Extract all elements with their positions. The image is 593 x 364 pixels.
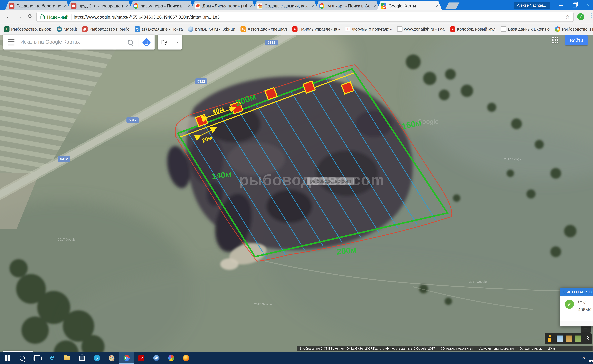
directions-icon[interactable] [142, 38, 151, 46]
firefox-icon [183, 355, 189, 361]
edge-icon: e [50, 353, 54, 362]
language-value: Ру [161, 39, 167, 45]
bookmark-item[interactable]: FФорумы о попугаях - [345, 26, 392, 32]
taskbar: e S FZ ^ РУС 1:47 02.03.2017 [0, 352, 593, 364]
reload-button[interactable]: ⟳ [26, 13, 35, 20]
youtube-icon [450, 26, 455, 32]
taskbar-store[interactable] [74, 352, 89, 364]
photo-thumb[interactable] [575, 335, 581, 342]
bookmark-label: Maps.lt [64, 27, 77, 31]
taskbar-photos[interactable] [164, 352, 178, 364]
tab-google-maps[interactable]: Google Карты ✕ [377, 1, 442, 10]
taskbar-search-button[interactable] [15, 352, 30, 364]
apps-grid-icon[interactable] [552, 36, 558, 43]
bookmark-item[interactable]: Колобок. новый мул [450, 26, 496, 32]
terms-link[interactable]: Условия использования [479, 347, 514, 350]
layer-switcher[interactable]: Карта [3, 351, 33, 352]
bookmark-label: База данных Extensio [508, 27, 550, 31]
taskbar-paint[interactable] [104, 352, 119, 364]
bookmark-item[interactable]: @(1) Входящие - Почта [135, 26, 183, 32]
bookmark-item[interactable]: Рыбоводство и рыбо [82, 26, 129, 32]
tab-razdelenie[interactable]: Разделение берега по с ✕ [5, 1, 70, 10]
gmaps-icon [381, 3, 386, 8]
store-icon [79, 356, 84, 361]
signin-button[interactable]: Войти [565, 35, 587, 45]
network-icon[interactable] [589, 356, 593, 361]
bookmark-label: Рыбоводство и рыбо [562, 27, 593, 31]
maps-search-card[interactable] [3, 35, 155, 50]
task-view-button[interactable] [30, 352, 45, 364]
close-icon[interactable]: ✕ [63, 4, 68, 8]
profile-chip[interactable]: AleksejNachtaj... [514, 2, 549, 9]
search-icon[interactable] [128, 39, 133, 45]
photo-thumb[interactable] [566, 335, 572, 342]
map-canvas[interactable]: 2017 Google 2017 Google 2017 Google 2017… [0, 35, 593, 352]
taskbar-filezilla[interactable]: FZ [134, 352, 149, 364]
menu-hamburger-icon[interactable] [8, 39, 14, 45]
photo-thumb[interactable] [557, 335, 563, 342]
bookmark-item[interactable]: AgАвтогидас - специал [241, 26, 287, 32]
watermark-small: рыбоводство.com [307, 177, 354, 185]
divider [554, 335, 554, 343]
tab-lisya-nora-search[interactable]: лисья нора - Поиск в G ✕ [129, 1, 194, 10]
skype-icon: S [94, 355, 100, 361]
minimize-button[interactable]: — [556, 2, 566, 9]
close-icon[interactable]: ✕ [249, 4, 254, 8]
expand-icon[interactable]: ^^ [586, 337, 589, 340]
taskbar-firefox[interactable] [178, 352, 193, 364]
tab-dom-lisya-nora[interactable]: Дом «Лисья нора» (+Ф ✕ [191, 1, 256, 10]
restore-button[interactable] [569, 2, 580, 9]
bookmark-item[interactable]: База данных Extensio [501, 26, 550, 32]
bookmark-item[interactable]: mMaps.lt [57, 26, 77, 32]
close-icon[interactable]: ✕ [125, 4, 130, 8]
close-icon[interactable]: ✕ [435, 4, 440, 8]
taskbar-explorer[interactable] [60, 352, 74, 364]
start-button[interactable] [0, 352, 15, 364]
bookmark-item[interactable]: FРыбоводство, рыбор [4, 26, 51, 32]
back-button[interactable]: ← [4, 13, 13, 20]
taskbar-chrome-active[interactable] [119, 352, 134, 364]
bookmark-item[interactable]: Панель управления - [292, 26, 340, 32]
tab-sadovye-domiki[interactable]: Садовые домики, как п ✕ [253, 1, 318, 10]
forum-icon [71, 3, 76, 8]
pegman-icon[interactable] [547, 335, 551, 342]
forum-icon [82, 26, 88, 32]
bookmark-item[interactable]: phpBB Guru - Офици [188, 26, 235, 32]
tab-gugl-kart[interactable]: гугл карт - Поиск в Goo ✕ [315, 1, 380, 10]
taskbar-thunderbird[interactable] [149, 352, 163, 364]
forward-button[interactable]: → [15, 13, 24, 20]
new-tab-button[interactable] [445, 2, 459, 9]
bookmark-label: Рыбоводство и рыбо [89, 27, 129, 31]
close-window-button[interactable]: ✕ [583, 2, 593, 9]
bookmark-item[interactable]: Рыбоводство и рыбо [555, 26, 593, 32]
bookmark-label: Колобок. новый мул [457, 27, 496, 31]
extension-check-icon[interactable]: ✓ [577, 13, 584, 20]
tray-expand-icon[interactable]: ^ [582, 356, 585, 361]
page-icon [397, 26, 402, 32]
close-icon[interactable]: ✕ [373, 4, 378, 8]
bookmark-star-icon[interactable]: ☆ [565, 14, 570, 20]
road-badge: 5312 [58, 156, 70, 162]
taskbar-edge[interactable]: e [45, 352, 59, 364]
drive-label: (F :) [578, 299, 586, 304]
language-selector[interactable]: Ру ▾ [158, 35, 182, 50]
security-header[interactable]: 360 TOTAL SECURITY ≡ — [560, 288, 593, 296]
taskbar-skype[interactable]: S [89, 352, 104, 364]
bookmark-item[interactable]: www.zonafish.ru • Гла [397, 26, 445, 32]
security-label: Надежный [47, 14, 68, 20]
tab-prud[interactable]: пруд 3 га - превращени ✕ [67, 1, 132, 10]
windows-icon [5, 355, 10, 361]
close-icon[interactable]: ✕ [187, 4, 192, 8]
mail-icon: @ [135, 26, 140, 32]
tab-title: Google Карты [388, 3, 433, 8]
close-icon[interactable]: ✕ [311, 4, 316, 8]
streetview-bar[interactable]: ^^ [545, 333, 592, 344]
search-input[interactable] [20, 39, 123, 46]
joomla-icon [555, 26, 560, 32]
url-text[interactable]: https://www.google.ru/maps/@55.6484603,2… [74, 14, 563, 20]
browser-menu-icon[interactable]: ⋮ [588, 13, 593, 19]
security-title: 360 TOTAL SECURITY [563, 290, 593, 294]
feedback-link[interactable]: Оставить отзыв [519, 347, 542, 350]
house-icon [257, 3, 262, 8]
address-bar[interactable]: Надежный https://www.google.ru/maps/@55.… [36, 12, 573, 22]
